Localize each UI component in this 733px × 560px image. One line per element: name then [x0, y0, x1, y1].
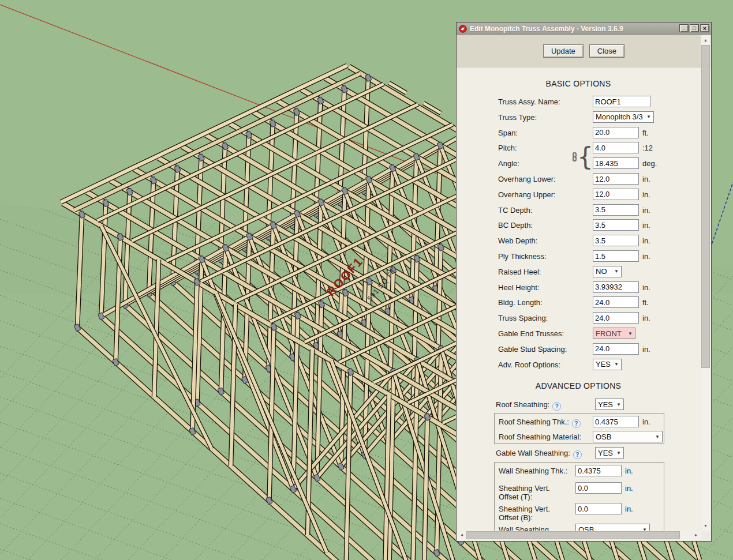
span-input[interactable] [593, 127, 639, 138]
form-row-gable-stud-spacing: Gable Stud Spacing:in. [457, 343, 692, 358]
roof-sheathing-thk-input[interactable] [593, 416, 639, 427]
close-window-button[interactable]: × [700, 24, 709, 32]
overhang-upper-label: Overhang Upper: [498, 190, 556, 199]
curly-brace: { [577, 140, 593, 174]
roof-sheathing-help-icon[interactable]: ? [552, 402, 561, 411]
wall-sheathing-thk-label: Wall Sheathing Thk.: [499, 467, 571, 475]
overhang-upper-input[interactable] [593, 189, 639, 200]
sheathing-vert-offset-t-label: Sheathing Vert. Offset (T): [499, 484, 571, 501]
bldg-length-input[interactable] [593, 296, 639, 308]
form-row-bc-depth: BC Depth:in. [457, 219, 692, 234]
gable-stud-spacing-label: Gable Stud Spacing: [498, 345, 567, 354]
chevron-down-icon: ▼ [646, 114, 651, 119]
web-depth-unit: in. [642, 236, 650, 245]
form-row-gable-wall-sheathing: Gable Wall Sheathing:?YES▼ [457, 446, 692, 461]
truss-assy-name-label: Truss Assy. Name: [498, 97, 560, 106]
pitch-label: Pitch: [498, 144, 517, 152]
adv-roof-options-selected-value: YES [596, 360, 611, 369]
chevron-down-icon: ▼ [614, 269, 619, 274]
bc-depth-input[interactable] [593, 219, 639, 231]
roof-sheathing-material-select[interactable]: OSB▼ [593, 431, 663, 442]
overhang-lower-unit: in. [642, 175, 650, 183]
overhang-lower-input[interactable] [593, 173, 639, 185]
scroll-left-button[interactable]: ◄ [457, 531, 466, 540]
scroll-down-button[interactable]: ▼ [701, 521, 710, 531]
roof-sheathing-thk-label: Roof Sheathing Thk.:? [499, 418, 581, 428]
form-row-raised-heel: Raised Heel:NO▼ [457, 265, 692, 280]
vertical-scrollbar[interactable]: ▲ ▼ [701, 35, 710, 531]
form-row-heel-height: Heel Height:in. [457, 281, 692, 296]
chevron-down-icon: ▼ [655, 434, 660, 439]
minimize-button[interactable]: _ [679, 24, 689, 32]
gable-wall-sheathing-selected-value: YES [598, 449, 613, 457]
form-row-truss-type: Truss Type:Monopitch 3/3▼ [457, 111, 692, 126]
overhang-upper-unit: in. [642, 190, 650, 199]
form-row-overhang-lower: Overhang Lower:in. [457, 172, 692, 187]
gable-wall-sheathing-help-icon[interactable]: ? [573, 450, 582, 459]
roof-sheathing-select[interactable]: YES▼ [595, 399, 624, 410]
truss-spacing-label: Truss Spacing: [498, 314, 548, 322]
sheathing-vert-offset-b-unit: in. [625, 505, 633, 513]
gable-wall-sheathing-select[interactable]: YES▼ [595, 447, 624, 458]
raised-heel-selected-value: NO [596, 267, 607, 276]
scroll-up-button[interactable]: ▲ [701, 35, 710, 45]
maximize-button[interactable]: □ [690, 24, 699, 32]
horizontal-scrollbar-thumb[interactable] [466, 531, 680, 539]
pitch-input[interactable] [593, 142, 639, 153]
heel-height-unit: in. [642, 283, 650, 292]
form-row-tc-depth: TC Depth:in. [457, 204, 692, 219]
form-row-truss-assy-name: Truss Assy. Name: [457, 95, 692, 110]
roof-sheathing-material-label: Roof Sheathing Material: [499, 433, 581, 441]
advanced-options-heading: ADVANCED OPTIONS [457, 381, 692, 390]
gable-wall-sheathing-label: Gable Wall Sheathing:? [496, 449, 582, 459]
form-row-sheathing-vert-offset-b: Sheathing Vert. Offset (B):in. [495, 502, 664, 523]
bldg-length-unit: ft. [642, 298, 649, 307]
adv-roof-options-select[interactable]: YES▼ [593, 359, 622, 370]
update-button[interactable]: Update [543, 44, 584, 58]
dialog-content: BASIC OPTIONS Truss Assy. Name:Truss Typ… [457, 67, 692, 532]
truss-type-select[interactable]: Monopitch 3/3▼ [593, 111, 654, 123]
truss-spacing-input[interactable] [593, 312, 639, 324]
form-row-web-depth: Web Depth:in. [457, 234, 692, 249]
roof-sheathing-label: Roof Sheathing:? [496, 400, 561, 411]
form-row-ply-thickness: Ply Thickness:in. [457, 250, 692, 265]
raised-heel-label: Raised Heel: [498, 268, 541, 276]
gable-end-trusses-label: Gable End Trusses: [498, 329, 564, 338]
dialog-close-button[interactable]: Close [589, 44, 624, 58]
edit-truss-dialog: Edit Monopitch Truss Assembly - Version … [456, 22, 712, 542]
dialog-title: Edit Monopitch Truss Assembly - Version … [470, 25, 623, 33]
ply-thickness-input[interactable] [593, 250, 639, 262]
truss-assy-name-input[interactable] [593, 96, 650, 107]
ply-thickness-label: Ply Thickness: [498, 252, 547, 261]
heel-height-input[interactable] [593, 281, 639, 293]
vertical-scrollbar-thumb[interactable] [701, 45, 710, 368]
sheathing-vert-offset-t-input[interactable] [575, 482, 622, 494]
roof-sheathing-thk-help-icon[interactable]: ? [572, 419, 581, 428]
wall-sheathing-thk-input[interactable] [575, 465, 622, 476]
bc-depth-unit: in. [642, 221, 650, 230]
form-row-gable-end-trusses: Gable End Trusses:FRONT▼ [457, 327, 692, 342]
sheathing-vert-offset-t-unit: in. [625, 484, 633, 493]
basic-options-heading: BASIC OPTIONS [457, 79, 692, 88]
angle-unit: deg. [642, 159, 657, 168]
form-row-roof-sheathing-material: Roof Sheathing Material:OSB▼ [495, 430, 664, 445]
form-row-wall-sheathing-thk: Wall Sheathing Thk.:in. [495, 464, 664, 482]
span-unit: ft. [642, 129, 649, 137]
sheathing-vert-offset-b-input[interactable] [575, 503, 622, 514]
tc-depth-unit: in. [642, 206, 650, 215]
roof-sheathing-selected-value: YES [598, 400, 613, 409]
sheathing-vert-offset-b-label: Sheathing Vert. Offset (B): [499, 505, 571, 522]
gable-stud-spacing-unit: in. [642, 345, 650, 354]
tc-depth-input[interactable] [593, 204, 639, 216]
web-depth-input[interactable] [593, 235, 639, 246]
gable-end-trusses-select[interactable]: FRONT▼ [593, 328, 635, 339]
angle-input[interactable] [593, 157, 639, 169]
form-row-adv-roof-options: Adv. Roof Options:YES▼ [457, 358, 692, 373]
gable-stud-spacing-input[interactable] [593, 343, 639, 355]
dialog-titlebar[interactable]: Edit Monopitch Truss Assembly - Version … [457, 22, 711, 35]
horizontal-scrollbar[interactable]: ◄ ► [457, 531, 701, 540]
raised-heel-select[interactable]: NO▼ [593, 266, 622, 277]
scroll-right-button[interactable]: ► [691, 531, 701, 540]
roof-sheathing-material-selected-value: OSB [596, 433, 611, 441]
roof-sheathing-group: Roof Sheathing Thk.:?in.Roof Sheathing M… [494, 413, 664, 444]
